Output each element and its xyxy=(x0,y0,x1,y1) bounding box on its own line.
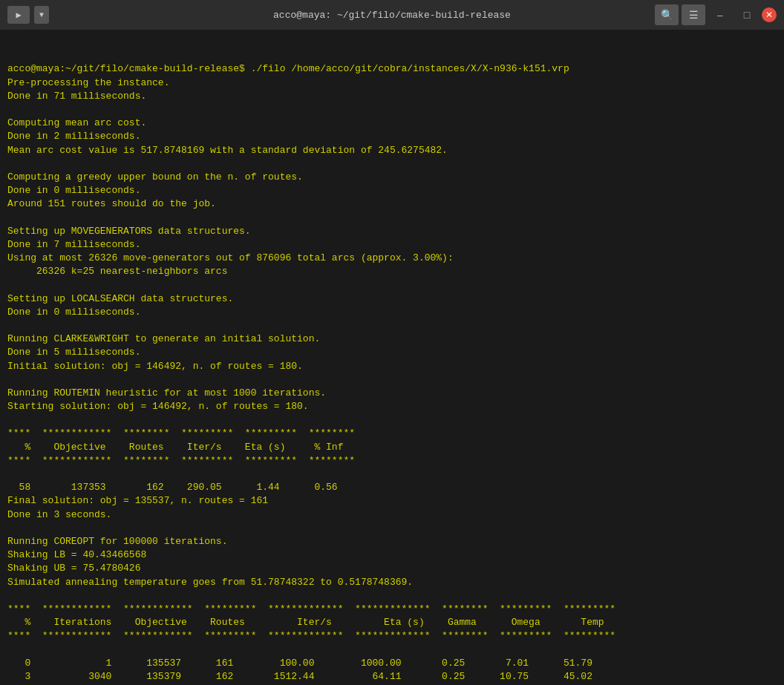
minimize-button[interactable]: – xyxy=(708,4,732,25)
terminal-window: ▶ ▼ acco@maya: ~/git/filo/cmake-build-re… xyxy=(0,0,784,685)
titlebar-left: ▶ ▼ xyxy=(7,6,49,24)
terminal-output: acco@maya:~/git/filo/cmake-build-release… xyxy=(0,30,784,685)
maximize-button[interactable]: □ xyxy=(735,4,759,25)
dropdown-arrow[interactable]: ▼ xyxy=(34,6,49,24)
menu-button[interactable]: ☰ xyxy=(682,4,705,25)
titlebar-controls: 🔍 ☰ – □ ✕ xyxy=(655,4,777,25)
titlebar: ▶ ▼ acco@maya: ~/git/filo/cmake-build-re… xyxy=(0,0,784,30)
close-button[interactable]: ✕ xyxy=(762,7,777,22)
terminal-icon: ▶ xyxy=(7,6,30,24)
window-title: acco@maya: ~/git/filo/cmake-build-releas… xyxy=(273,10,511,21)
search-button[interactable]: 🔍 xyxy=(655,4,679,25)
